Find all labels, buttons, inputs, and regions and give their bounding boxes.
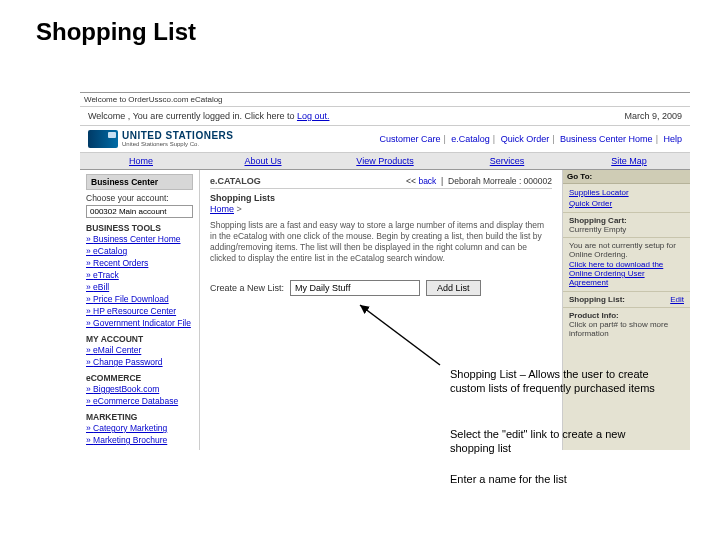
- sidebar-change-password[interactable]: Change Password: [86, 356, 193, 368]
- annotation-arrow-icon: [355, 300, 445, 372]
- back-link[interactable]: back: [418, 176, 436, 186]
- create-list-row: Create a New List: Add List: [210, 280, 552, 296]
- rc-quick-order[interactable]: Quick Order: [569, 198, 684, 209]
- sidebar-email-center[interactable]: eMail Center: [86, 344, 193, 356]
- sidebar: Business Center Choose your account: 000…: [80, 170, 200, 450]
- user-display: Deborah Morreale : 000002: [448, 176, 552, 186]
- sidebar-etrack[interactable]: eTrack: [86, 269, 193, 281]
- sidebar-price-file[interactable]: Price File Download: [86, 293, 193, 305]
- nav-services[interactable]: Services: [446, 153, 568, 169]
- section-ecommerce: eCOMMERCE: [86, 373, 193, 383]
- cart-label: Shopping Cart:: [569, 216, 684, 225]
- crumb-home[interactable]: Home: [210, 204, 234, 214]
- setup-msg: You are not currently setup for Online O…: [569, 241, 684, 259]
- shopping-list-label: Shopping List:: [569, 295, 625, 304]
- topnav-business-center[interactable]: Business Center Home: [560, 134, 653, 144]
- topnav-customer-care[interactable]: Customer Care: [379, 134, 440, 144]
- section-my-account: MY ACCOUNT: [86, 334, 193, 344]
- rc-supplies-locator[interactable]: Supplies Locator: [569, 187, 684, 198]
- sidebar-ecatalog[interactable]: eCatalog: [86, 245, 193, 257]
- create-list-label: Create a New List:: [210, 283, 284, 293]
- sidebar-marketing-brochure[interactable]: Marketing Brochure: [86, 434, 193, 446]
- nav-home[interactable]: Home: [80, 153, 202, 169]
- nav-about[interactable]: About Us: [202, 153, 324, 169]
- brand-name: UNITED STATIONERS: [122, 131, 233, 141]
- annotation-2: Select the "edit" link to create a new s…: [450, 428, 670, 456]
- sidebar-gov-indicator[interactable]: Government Indicator File: [86, 317, 193, 329]
- svg-line-0: [360, 305, 440, 365]
- back-user-block: << back | Deborah Morreale : 000002: [406, 176, 552, 186]
- download-agreement-link[interactable]: Click here to download the Online Orderi…: [569, 259, 684, 288]
- breadcrumb: Home >: [210, 204, 552, 214]
- right-column: Go To: Supplies Locator Quick Order Shop…: [562, 170, 690, 450]
- product-info-hint: Click on part# to show more information: [569, 320, 684, 338]
- choose-account-label: Choose your account:: [86, 193, 193, 203]
- intro-text: Shopping lists are a fast and easy way t…: [210, 220, 552, 264]
- goto-heading: Go To:: [563, 170, 690, 184]
- sidebar-ecommerce-db[interactable]: eCommerce Database: [86, 395, 193, 407]
- logo: UNITED STATIONERS United Stationers Supp…: [88, 130, 233, 148]
- header-date: March 9, 2009: [624, 111, 682, 121]
- page-subtitle: Shopping Lists: [210, 193, 552, 203]
- sidebar-hp-eresource[interactable]: HP eResource Center: [86, 305, 193, 317]
- product-info-label: Product Info:: [569, 311, 684, 320]
- header-strip: Welcome , You are currently logged in. C…: [80, 107, 690, 126]
- logout-link[interactable]: Log out.: [297, 111, 330, 121]
- welcome-text: Welcome , You are currently logged in. C…: [88, 111, 297, 121]
- brand-sub: United Stationers Supply Co.: [122, 141, 233, 147]
- add-list-button[interactable]: Add List: [426, 280, 481, 296]
- welcome-line: Welcome , You are currently logged in. C…: [88, 111, 329, 121]
- brand-row: UNITED STATIONERS United Stationers Supp…: [80, 126, 690, 153]
- ecatalog-label: e.CATALOG: [210, 176, 261, 186]
- main-nav: Home About Us View Products Services Sit…: [80, 153, 690, 170]
- section-business-tools: BUSINESS TOOLS: [86, 223, 193, 233]
- topnav-ecatalog[interactable]: e.Catalog: [451, 134, 490, 144]
- top-nav: Customer Care| e.Catalog| Quick Order| B…: [379, 134, 682, 144]
- crumb-sep: >: [237, 204, 242, 214]
- sidebar-recent-orders[interactable]: Recent Orders: [86, 257, 193, 269]
- sidebar-category-marketing[interactable]: Category Marketing: [86, 422, 193, 434]
- topnav-quick-order[interactable]: Quick Order: [501, 134, 550, 144]
- section-marketing: MARKETING: [86, 412, 193, 422]
- url-bar: Welcome to OrderUssco.com eCatalog: [80, 93, 690, 107]
- slide-title: Shopping List: [36, 18, 196, 46]
- nav-products[interactable]: View Products: [324, 153, 446, 169]
- edit-link[interactable]: Edit: [670, 295, 684, 304]
- annotation-3: Enter a name for the list: [450, 473, 670, 487]
- logo-mark-icon: [88, 130, 118, 148]
- sidebar-bc-home[interactable]: Business Center Home: [86, 233, 193, 245]
- topnav-help[interactable]: Help: [663, 134, 682, 144]
- annotation-1: Shopping List – Allows the user to creat…: [450, 368, 670, 396]
- sidebar-ebill[interactable]: eBill: [86, 281, 193, 293]
- cart-state: Currently Empty: [569, 225, 684, 234]
- nav-sitemap[interactable]: Site Map: [568, 153, 690, 169]
- sidebar-biggestbook[interactable]: BiggestBook.com: [86, 383, 193, 395]
- list-name-input[interactable]: [290, 280, 420, 296]
- account-select[interactable]: 000302 Main account: [86, 205, 193, 218]
- sidebar-panel-title: Business Center: [86, 174, 193, 190]
